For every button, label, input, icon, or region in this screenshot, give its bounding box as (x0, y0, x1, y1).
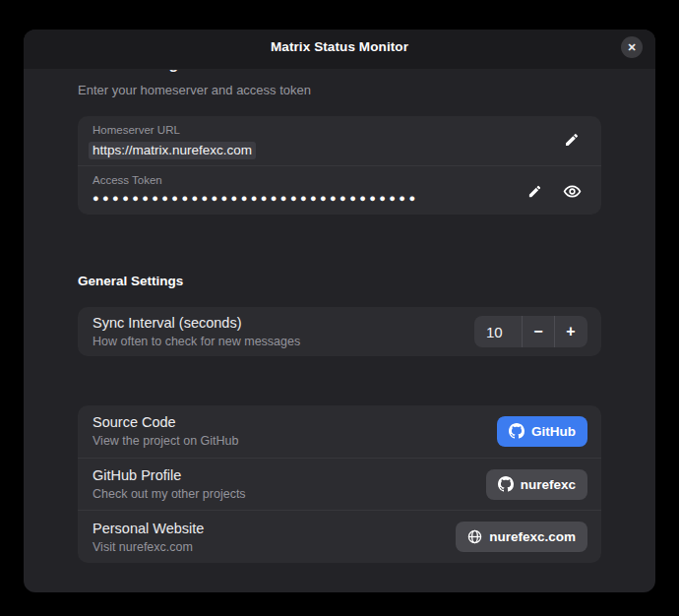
github-profile-description: Check out my other projects (93, 487, 246, 501)
source-code-description: View the project on GitHub (93, 434, 238, 448)
edit-token-button[interactable] (527, 184, 542, 199)
github-repo-button-label: GitHub (531, 416, 576, 447)
pencil-icon (527, 184, 542, 199)
pencil-icon (564, 132, 580, 148)
source-code-text: Source Code View the project on GitHub (93, 414, 238, 448)
plus-icon: + (566, 323, 575, 340)
close-icon: ✕ (627, 41, 636, 54)
sync-interval-card: Sync Interval (seconds) How often to che… (78, 307, 601, 356)
minus-icon: − (533, 323, 542, 340)
titlebar[interactable]: Matrix Status Monitor ✕ (24, 30, 655, 70)
sync-interval-text: Sync Interval (seconds) How often to che… (93, 315, 300, 348)
personal-website-button[interactable]: nurefexc.com (456, 522, 587, 552)
homeserver-value[interactable]: https://matrix.nurefexc.com (89, 142, 256, 159)
connection-section-heading: Matrix Configuration (78, 70, 231, 74)
access-token-masked-value[interactable]: ●●●●●●●●●●●●●●●●●●●●●●●●●●●●●●●●● (93, 191, 498, 206)
connection-fields-card: Homeserver URL https://matrix.nurefexc.c… (78, 116, 601, 215)
sync-interval-description: How often to check for new messages (93, 335, 300, 348)
homeserver-label: Homeserver URL (93, 124, 587, 136)
github-icon (509, 423, 525, 439)
source-code-title: Source Code (93, 414, 238, 431)
general-settings-heading: General Settings (78, 274, 601, 289)
personal-website-button-label: nurefexc.com (489, 522, 576, 552)
sync-interval-stepper: 10 − + (474, 316, 587, 347)
eye-icon (563, 184, 582, 199)
sync-interval-value[interactable]: 10 (474, 316, 522, 347)
window-title: Matrix Status Monitor (271, 39, 408, 54)
personal-website-title: Personal Website (93, 521, 204, 537)
globe-icon (467, 529, 482, 544)
access-token-field-row: Access Token ●●●●●●●●●●●●●●●●●●●●●●●●●●●… (78, 165, 601, 215)
github-icon (498, 476, 514, 492)
access-token-label: Access Token (93, 174, 587, 186)
github-profile-button[interactable]: nurefexc (486, 469, 587, 500)
github-profile-text: GitHub Profile Check out my other projec… (93, 467, 246, 501)
external-links-card: Source Code View the project on GitHub G… (78, 405, 601, 563)
close-button[interactable]: ✕ (621, 36, 643, 58)
decrement-button[interactable]: − (523, 316, 554, 347)
personal-website-row: Personal Website Visit nurefexc.com nure… (78, 510, 601, 563)
edit-homeserver-button[interactable] (564, 132, 580, 148)
dialog-content[interactable]: Matrix Configuration Enter your homeserv… (24, 70, 655, 592)
sync-interval-title: Sync Interval (seconds) (93, 315, 300, 332)
personal-website-description: Visit nurefexc.com (93, 540, 204, 554)
homeserver-field-row: Homeserver URL https://matrix.nurefexc.c… (78, 116, 601, 165)
connection-subtitle: Enter your homeserver and access token (78, 83, 601, 97)
github-profile-button-label: nurefexc (521, 469, 576, 500)
reveal-token-button[interactable] (563, 184, 582, 199)
github-profile-row: GitHub Profile Check out my other projec… (78, 458, 601, 511)
increment-button[interactable]: + (555, 316, 586, 347)
github-profile-title: GitHub Profile (93, 467, 246, 484)
github-repo-button[interactable]: GitHub (497, 416, 587, 447)
dialog-window: Matrix Status Monitor ✕ Matrix Configura… (24, 30, 655, 592)
personal-website-text: Personal Website Visit nurefexc.com (93, 521, 204, 554)
source-code-row: Source Code View the project on GitHub G… (78, 405, 601, 458)
